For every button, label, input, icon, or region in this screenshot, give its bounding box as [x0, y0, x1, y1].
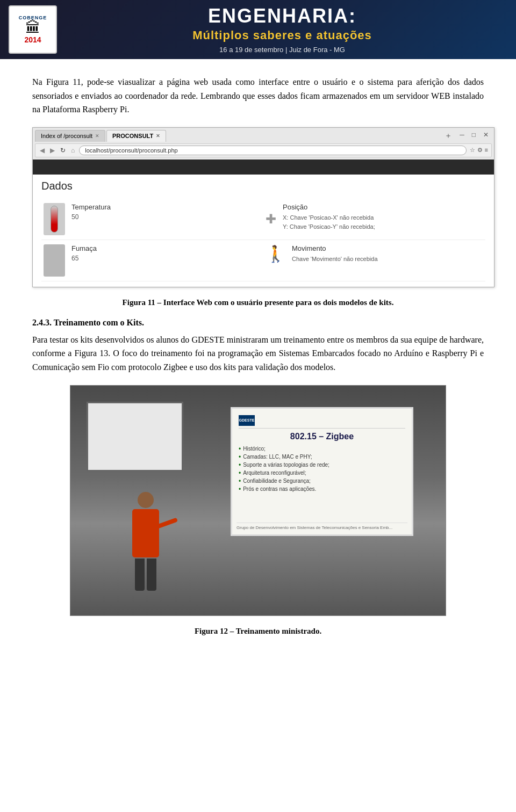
- bookmark-icon[interactable]: ☆: [470, 147, 475, 154]
- new-tab-button[interactable]: ＋: [441, 130, 455, 142]
- intro-paragraph: Na Figura 11, pode-se viasualizar a pági…: [32, 75, 484, 117]
- person-silhouette: [124, 492, 167, 589]
- section-title: Treinamento com o Kits.: [54, 318, 144, 327]
- person-head: [138, 492, 154, 508]
- logo-box: COBENGE 🏛 2014: [9, 5, 57, 54]
- fumaca-value: 65: [71, 255, 259, 262]
- screen-header: GDESTE: [239, 415, 405, 429]
- screen-bullet-5: Confiabilidade e Segurança;: [239, 478, 405, 484]
- main-content: Na Figura 11, pode-se viasualizar a pági…: [0, 59, 516, 663]
- figure12-caption-text: Figura 12 – Treinamento ministrado.: [195, 627, 321, 635]
- person-legs: [124, 559, 167, 591]
- movimento-label: Movimento: [292, 244, 481, 252]
- posicao-icon: ✚: [266, 203, 276, 235]
- browser-chrome: Index of /proconsult ✕ PROCONSULT ✕ ＋ ─ …: [33, 128, 494, 160]
- year-text: 2014: [24, 35, 41, 44]
- screen-bullet-4: Arquitetura reconfigurável;: [239, 470, 405, 476]
- screen-bullet-1: Histórico;: [239, 446, 405, 452]
- temperatura-item: Temperatura 50: [41, 199, 263, 240]
- close-window-button[interactable]: ✕: [480, 130, 492, 142]
- browser-tab-2-label: PROCONSULT: [112, 133, 153, 139]
- fumaca-item: Fumaça 65: [41, 240, 263, 281]
- browser-tab-1-label: Index of /proconsult: [41, 133, 92, 139]
- minimize-button[interactable]: ─: [456, 130, 468, 142]
- menu-icon[interactable]: ≡: [485, 147, 488, 154]
- screen-bullet-6: Prós e contras nas aplicações.: [239, 486, 405, 492]
- browser-page-content: Dados Temperatura 50 ✚ Posição: [33, 175, 494, 287]
- person-right-leg: [147, 559, 156, 591]
- posicao-info: Posição X: Chave 'Posicao-X' não recebid…: [283, 203, 481, 232]
- forward-button[interactable]: ▶: [49, 147, 56, 154]
- address-bar[interactable]: localhost/proconsult/proconsult.php: [79, 146, 466, 155]
- temperatura-icon: [44, 203, 65, 235]
- temperatura-value: 50: [71, 213, 259, 221]
- settings-icon[interactable]: ⚙: [477, 147, 483, 154]
- header-title-area: ENGENHARIA: Múltiplos saberes e atuações…: [57, 5, 507, 54]
- temperatura-label: Temperatura: [71, 203, 259, 211]
- photo-scene: GDESTE 802.15 – Zigbee Histórico; Camada…: [70, 386, 446, 615]
- figure12-caption: Figura 12 – Treinamento ministrado.: [32, 627, 484, 636]
- fumaca-label: Fumaça: [71, 244, 259, 252]
- person-left-leg: [135, 559, 145, 591]
- browser-tab-2-close[interactable]: ✕: [156, 133, 160, 139]
- movimento-item: 🚶 Movimento Chave 'Movimento' não recebi…: [263, 240, 485, 281]
- person-body: [132, 509, 159, 557]
- building-icon: 🏛: [25, 20, 40, 35]
- dados-title: Dados: [41, 180, 485, 192]
- thermometer-icon: [51, 206, 58, 233]
- screen-title: 802.15 – Zigbee: [239, 432, 405, 441]
- posicao-y-value: Y: Chave 'Posicao-Y' não recebida;: [283, 222, 481, 232]
- figure11-caption: Figura 11 – Interface Web com o usuário …: [32, 298, 484, 307]
- reload-button[interactable]: ↻: [59, 147, 67, 154]
- browser-tabs: Index of /proconsult ✕ PROCONSULT ✕ ＋ ─ …: [35, 130, 492, 142]
- section-heading: 2.4.3. Treinamento com o Kits.: [32, 318, 484, 328]
- screen-bullet-2: Camadas: LLC, MAC e PHY;: [239, 454, 405, 460]
- posicao-x-value: X: Chave 'Posicao-X' não recebida: [283, 213, 481, 223]
- fumaca-info: Fumaça 65: [71, 244, 259, 262]
- browser-nav-icons: ☆ ⚙ ≡: [470, 147, 488, 154]
- movimento-icon: 🚶: [266, 244, 285, 263]
- posicao-item: ✚ Posição X: Chave 'Posicao-X' não receb…: [263, 199, 485, 240]
- header-main-title: ENGENHARIA:: [208, 5, 356, 27]
- movimento-info: Movimento Chave 'Movimento' não recebida: [292, 244, 481, 264]
- browser-tab-1[interactable]: Index of /proconsult ✕: [35, 130, 105, 142]
- screen-footer: Grupo de Desenvolvimento em Sistemas de …: [236, 523, 407, 530]
- browser-nav: ◀ ▶ ↻ ⌂ localhost/proconsult/proconsult.…: [35, 143, 492, 157]
- cobenge-logo: COBENGE 🏛 2014: [9, 5, 57, 54]
- back-button[interactable]: ◀: [39, 147, 46, 154]
- header-date: 16 a 19 de setembro | Juiz de Fora - MG: [219, 46, 345, 54]
- fumaca-icon: [44, 244, 65, 277]
- screen-logo-text: GDESTE: [239, 418, 255, 422]
- header-sub-title: Múltiplos saberes e atuações: [192, 28, 372, 42]
- home-button[interactable]: ⌂: [70, 147, 76, 154]
- posicao-label: Posição: [283, 203, 481, 211]
- browser-toolbar: [33, 160, 494, 175]
- browser-tab-1-close[interactable]: ✕: [95, 133, 99, 139]
- projection-screen: GDESTE 802.15 – Zigbee Histórico; Camada…: [231, 407, 413, 536]
- figure11-caption-text: Figura 11 – Interface Web com o usuário …: [123, 298, 394, 307]
- whiteboard: [87, 402, 183, 472]
- screen-logo-box: GDESTE: [239, 415, 255, 426]
- dados-grid: Temperatura 50 ✚ Posição X: Chave 'Posic…: [41, 199, 485, 281]
- training-photo: GDESTE 802.15 – Zigbee Histórico; Camada…: [70, 385, 446, 616]
- maximize-button[interactable]: □: [469, 130, 479, 142]
- temperatura-info: Temperatura 50: [71, 203, 259, 221]
- movimento-value: Chave 'Movimento' não recebida: [292, 255, 481, 264]
- section-paragraph1: Para testar os kits desenvolvidos os alu…: [32, 333, 484, 374]
- section-number: 2.4.3.: [32, 318, 52, 327]
- header-banner: COBENGE 🏛 2014 ENGENHARIA: Múltiplos sab…: [0, 0, 516, 59]
- browser-screenshot: Index of /proconsult ✕ PROCONSULT ✕ ＋ ─ …: [32, 127, 494, 287]
- screen-bullet-3: Suporte a várias topologias de rede;: [239, 462, 405, 468]
- browser-tab-2[interactable]: PROCONSULT ✕: [106, 130, 166, 142]
